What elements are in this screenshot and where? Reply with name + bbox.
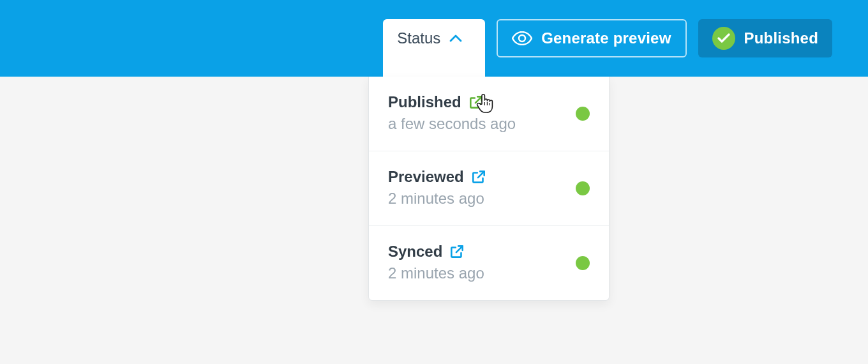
chevron-up-icon: [449, 34, 462, 42]
svg-line-5: [478, 171, 484, 178]
status-dot-icon: [576, 107, 590, 121]
status-item-title: Previewed: [388, 168, 464, 186]
svg-line-1: [475, 96, 482, 103]
status-item-time: 2 minutes ago: [388, 264, 590, 282]
svg-line-6: [456, 246, 463, 252]
status-dropdown-trigger[interactable]: Status: [383, 19, 485, 83]
toolbar: Status Generate preview: [383, 19, 832, 83]
svg-point-0: [519, 35, 525, 42]
status-dot-icon: [576, 181, 590, 195]
status-item-previewed[interactable]: Previewed 2 minutes ago: [369, 151, 609, 226]
check-circle-icon: [712, 27, 735, 50]
header-bar: Status Generate preview: [0, 0, 868, 77]
external-link-icon[interactable]: [468, 94, 484, 110]
external-link-icon[interactable]: [470, 169, 487, 185]
external-link-icon[interactable]: [449, 243, 465, 260]
status-item-time: 2 minutes ago: [388, 190, 590, 208]
status-item-title: Synced: [388, 243, 442, 261]
status-dropdown-panel: Published a few seconds ago Preview: [368, 77, 610, 301]
status-item-time: a few seconds ago: [388, 115, 590, 133]
generate-preview-button[interactable]: Generate preview: [497, 19, 686, 57]
generate-preview-label: Generate preview: [541, 29, 671, 47]
status-item-published[interactable]: Published a few seconds ago: [369, 77, 609, 151]
status-label: Status: [397, 29, 440, 47]
published-label: Published: [744, 29, 818, 47]
status-item-synced[interactable]: Synced 2 minutes ago: [369, 226, 609, 300]
status-dot-icon: [576, 256, 590, 270]
status-item-title: Published: [388, 93, 461, 111]
published-button[interactable]: Published: [698, 19, 832, 57]
eye-icon: [512, 31, 532, 45]
